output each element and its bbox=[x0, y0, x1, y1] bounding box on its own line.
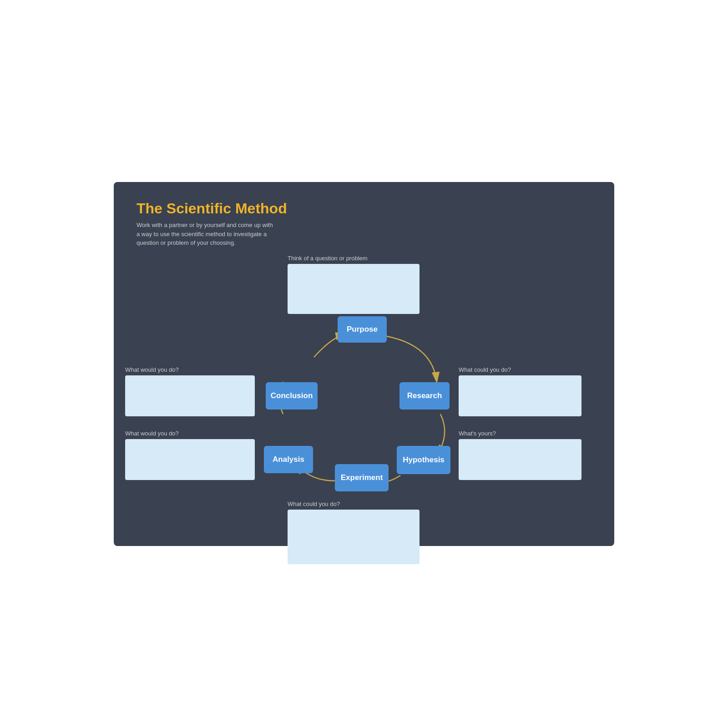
research-input[interactable] bbox=[459, 375, 581, 416]
page-wrapper: The Scientific Method Work with a partne… bbox=[114, 182, 614, 546]
research-box: Research bbox=[399, 382, 450, 410]
experiment-input[interactable] bbox=[288, 510, 420, 564]
conclusion-lower-label: What would you do? bbox=[125, 430, 179, 437]
page-title: The Scientific Method bbox=[136, 200, 592, 217]
hypothesis-input[interactable] bbox=[459, 439, 581, 480]
purpose-label: Think of a question or problem bbox=[288, 255, 368, 262]
purpose-box: Purpose bbox=[338, 316, 387, 343]
conclusion-upper-label: What would you do? bbox=[125, 366, 179, 373]
experiment-box: Experiment bbox=[335, 464, 389, 491]
analysis-lower-input[interactable] bbox=[125, 439, 255, 480]
hypothesis-label: What's yours? bbox=[459, 430, 496, 437]
conclusion-upper-input[interactable] bbox=[125, 375, 255, 416]
research-label: What could you do? bbox=[459, 366, 511, 373]
analysis-box: Analysis bbox=[264, 446, 313, 473]
conclusion-box: Conclusion bbox=[266, 382, 318, 410]
hypothesis-box: Hypothesis bbox=[397, 446, 450, 474]
page-subtitle: Work with a partner or by yourself and c… bbox=[136, 221, 278, 248]
experiment-label: What could you do? bbox=[288, 500, 340, 507]
purpose-input[interactable] bbox=[288, 264, 420, 314]
